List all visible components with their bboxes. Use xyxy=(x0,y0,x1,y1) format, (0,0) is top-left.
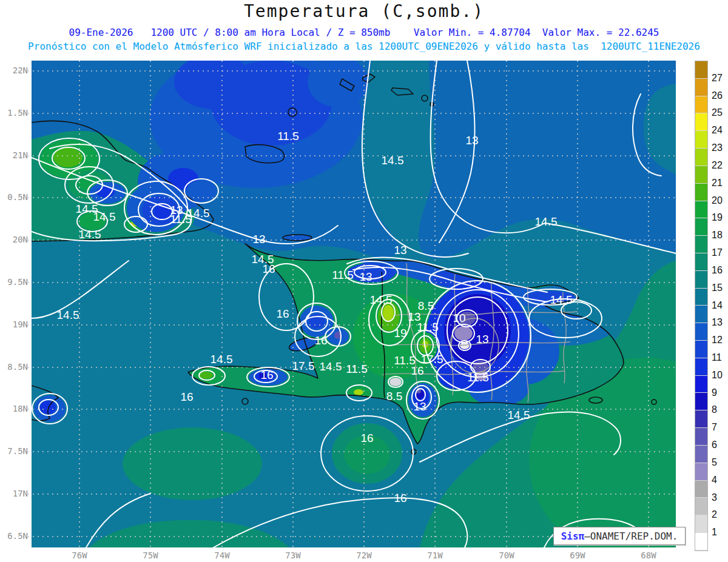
lat-tick-label: 21N xyxy=(0,150,28,160)
contour-label: 16 xyxy=(260,369,273,381)
contour-label: 13 xyxy=(394,244,406,256)
colorbar-tick-label: 3 xyxy=(712,492,728,503)
colorbar-tick-label: 22 xyxy=(712,160,728,171)
colorbar-tick-label: 25 xyxy=(712,107,728,118)
lon-tick-label: 76W xyxy=(66,550,93,560)
contour-label: 8.5 xyxy=(386,390,402,403)
lat-tick-label: 22N xyxy=(0,65,28,75)
colorbar-cell xyxy=(695,61,707,79)
colorbar-tick-label: 24 xyxy=(712,125,728,136)
contour-label: 16 xyxy=(262,263,275,275)
contour-label: 10 xyxy=(453,312,465,324)
lat-tick-label: 0.5N xyxy=(0,192,28,202)
contour-label: 11.5 xyxy=(467,371,489,384)
colorbar-tick-label: 18 xyxy=(712,230,728,241)
lon-tick-label: 73W xyxy=(280,550,306,560)
colorbar-tick-label: 21 xyxy=(712,178,728,189)
colorbar-cell xyxy=(695,184,707,201)
colorbar-cell xyxy=(695,323,707,341)
colorbar-cell xyxy=(695,149,707,166)
colorbar-tick-label: 12 xyxy=(712,335,728,346)
colorbar-cell xyxy=(695,428,707,446)
contour-label: 11.5 xyxy=(332,269,354,281)
branding-legend: Sisπ – ONAMET/REP.DOM. xyxy=(553,527,686,545)
colorbar-cell xyxy=(695,236,707,253)
colorbar-cell xyxy=(695,376,707,393)
sispi-logo: Sisπ xyxy=(561,530,585,542)
weather-chart-page: Temperatura (C,somb.) 09-Ene-2026 1200 U… xyxy=(0,0,728,562)
colorbar-cell xyxy=(695,515,707,533)
colorbar-tick-label: 14 xyxy=(712,300,728,311)
contour-label: 11.5 xyxy=(346,363,368,375)
legend-separator: – xyxy=(584,530,590,542)
contour-label: 14.5 xyxy=(93,210,116,223)
colorbar-cell xyxy=(695,393,707,410)
chart-subtitle-model: Pronóstico con el Modelo Atmósferico WRF… xyxy=(0,41,728,52)
colorbar-tick-label: 6 xyxy=(712,440,728,450)
contour-label: 13 xyxy=(476,333,488,346)
colorbar-tick-label: 9 xyxy=(712,387,728,398)
lon-tick-label: 68W xyxy=(635,550,662,560)
colorbar-tick-label: 17 xyxy=(712,247,728,258)
contour-label: 17.5 xyxy=(421,353,443,366)
contour-label: 16 xyxy=(360,432,373,444)
lat-tick-label: 18N xyxy=(0,404,28,413)
colorbar-cell xyxy=(695,358,707,376)
colorbar-cell xyxy=(695,96,707,114)
lat-tick-label: 8.5N xyxy=(0,362,28,372)
lon-tick-label: 72W xyxy=(351,550,377,560)
contour-label: 16 xyxy=(394,492,406,504)
contour-label: 16 xyxy=(276,307,289,320)
colorbar-cell xyxy=(695,271,707,289)
colorbar-tick-label: 19 xyxy=(712,212,728,223)
contour-label: 14.5 xyxy=(187,207,210,219)
contour-label: 14.5 xyxy=(535,215,558,228)
colorbar-cell xyxy=(695,498,707,515)
colorbar-cell xyxy=(695,463,707,481)
colorbar-tick-label: 4 xyxy=(712,475,728,486)
contour-label: 14.5 xyxy=(370,293,393,306)
temperature-colorbar xyxy=(695,61,708,551)
forecast-map: 11.514.5131314.514.514.51311.514.514.514… xyxy=(32,61,676,547)
colorbar-tick-label: 10 xyxy=(712,370,728,381)
page-title: Temperatura (C,somb.) xyxy=(0,1,728,21)
lat-tick-label: 20N xyxy=(0,235,28,244)
colorbar-tick-label: 2 xyxy=(712,509,728,520)
lat-tick-label: 9.5N xyxy=(0,277,28,287)
colorbar-tick-label: 26 xyxy=(712,90,728,101)
colorbar-cell xyxy=(695,166,707,184)
contour-label: 14.5 xyxy=(79,228,101,241)
contour-label: 11.5 xyxy=(417,321,439,333)
chart-subtitle-validtime: 09-Ene-2026 1200 UTC / 8:00 am Hora Loca… xyxy=(0,27,728,38)
colorbar-cell xyxy=(695,289,707,306)
colorbar-cell xyxy=(695,533,707,550)
colorbar-tick-label: 11 xyxy=(712,352,728,363)
contour-label: 14.5 xyxy=(382,154,404,167)
colorbar-tick-label: 16 xyxy=(712,265,728,276)
contour-label: 13 xyxy=(359,270,372,283)
colorbar-tick-label: 8 xyxy=(712,404,728,415)
lat-tick-label: 6.5N xyxy=(0,531,28,541)
contour-label: 14.5 xyxy=(508,409,530,421)
organization-label: ONAMET/REP.DOM. xyxy=(590,530,678,542)
lat-tick-label: 7.5N xyxy=(0,446,28,456)
colorbar-cell xyxy=(695,113,707,131)
contour-label: 17.5 xyxy=(292,360,315,372)
contour-label: 14.5 xyxy=(57,309,79,321)
colorbar-tick-label: 5 xyxy=(712,457,728,468)
colorbar-cell xyxy=(695,79,707,96)
lon-tick-label: 74W xyxy=(209,550,235,560)
colorbar-cell xyxy=(695,410,707,428)
colorbar-tick-label: 23 xyxy=(712,142,728,153)
colorbar-tick-label: 20 xyxy=(712,195,728,206)
lon-tick-label: 75W xyxy=(137,550,164,560)
contour-label: 16 xyxy=(180,390,193,403)
lat-tick-label: 1.5N xyxy=(0,108,28,118)
lon-tick-label: 71W xyxy=(422,550,448,560)
colorbar-tick-label: 7 xyxy=(712,422,728,433)
colorbar-cell xyxy=(695,253,707,271)
colorbar-cell xyxy=(695,306,707,323)
colorbar-cell xyxy=(695,446,707,463)
contour-label: 11.5 xyxy=(394,354,416,367)
contour-label: 14.5 xyxy=(550,293,573,306)
